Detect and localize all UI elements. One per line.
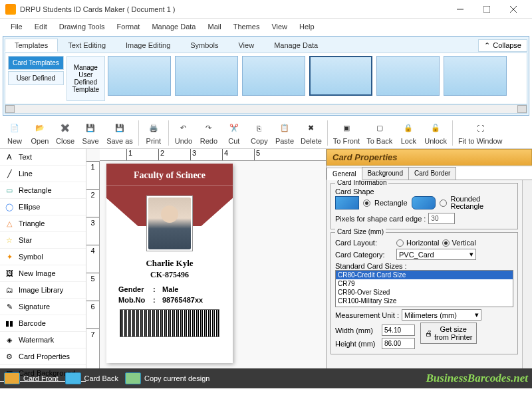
menu-help[interactable]: Help bbox=[294, 21, 320, 32]
to-front-button[interactable]: ▣To Front bbox=[331, 118, 362, 148]
svg-rect-1 bbox=[483, 6, 490, 13]
measurement-unit-select[interactable]: Milimeters (mm)▾ bbox=[402, 309, 481, 321]
id-card-canvas[interactable]: Faculty of Scinece Charlie Kyle CK-87549… bbox=[106, 164, 233, 363]
props-tab-border[interactable]: Card Border bbox=[408, 167, 456, 180]
props-tab-general[interactable]: General bbox=[327, 168, 362, 180]
layout-vertical-radio[interactable] bbox=[442, 239, 450, 247]
lock-button[interactable]: 🔒Lock bbox=[396, 118, 420, 148]
minimize-button[interactable] bbox=[447, 0, 473, 19]
new-button[interactable]: 📄New bbox=[3, 118, 27, 148]
user-defined-button[interactable]: User Defined bbox=[8, 71, 64, 85]
copy-button[interactable]: ⎘Copy bbox=[247, 118, 271, 148]
tool-star[interactable]: ☆Star bbox=[0, 232, 86, 249]
card-back-button[interactable]: Card Back bbox=[65, 372, 118, 384]
width-input[interactable] bbox=[382, 325, 415, 336]
pixel-edge-input[interactable] bbox=[428, 213, 455, 224]
menu-drawing[interactable]: Drawing Tools bbox=[54, 21, 110, 32]
ribbon-tab-image[interactable]: Image Editing bbox=[116, 39, 180, 52]
barcode-icon: ▮▮ bbox=[4, 318, 15, 329]
to-back-button[interactable]: ▢To Back bbox=[364, 118, 395, 148]
template-thumb[interactable] bbox=[444, 56, 507, 96]
layout-horizontal-radio[interactable] bbox=[396, 239, 404, 247]
ellipse-icon: ◯ bbox=[4, 201, 15, 212]
tool-line[interactable]: ╱Line bbox=[0, 166, 86, 182]
list-item[interactable]: CR80-Credit Card Size bbox=[336, 271, 513, 279]
tool-new-image[interactable]: 🖼New Image bbox=[0, 265, 86, 282]
template-thumb[interactable] bbox=[309, 56, 372, 96]
menu-mail[interactable]: Mail bbox=[202, 21, 226, 32]
menu-edit[interactable]: Edit bbox=[29, 21, 53, 32]
menu-file[interactable]: File bbox=[5, 21, 28, 32]
tool-text[interactable]: AText bbox=[0, 149, 86, 166]
list-item[interactable]: CR100-Military Size bbox=[336, 297, 513, 305]
fit-window-button[interactable]: ⛶Fit to Window bbox=[456, 118, 505, 148]
fit-icon: ⛶ bbox=[473, 121, 487, 136]
tool-triangle[interactable]: △Triangle bbox=[0, 215, 86, 232]
menu-format[interactable]: Format bbox=[112, 21, 146, 32]
gallery-scrollbar[interactable] bbox=[5, 104, 527, 114]
tool-card-properties[interactable]: ⚙Card Properties bbox=[0, 348, 86, 365]
window-title: DRPU Students ID Cards Maker ( Document … bbox=[20, 5, 447, 13]
line-icon: ╱ bbox=[4, 168, 15, 179]
close-button[interactable]: ✖️Close bbox=[53, 118, 77, 148]
props-scrollbar[interactable] bbox=[522, 180, 532, 368]
tool-watermark[interactable]: ◈Watermark bbox=[0, 332, 86, 348]
ribbon-tab-view[interactable]: View bbox=[228, 39, 264, 52]
template-thumb[interactable] bbox=[108, 56, 171, 96]
save-icon: 💾 bbox=[83, 121, 98, 136]
card-front-button[interactable]: Card Front bbox=[4, 372, 59, 384]
standard-sizes-list[interactable]: CR80-Credit Card Size CR79 CR90-Over Siz… bbox=[335, 270, 513, 307]
unlock-button[interactable]: 🔓Unlock bbox=[422, 118, 450, 148]
list-item[interactable]: CR90-Over Sized bbox=[336, 288, 513, 297]
redo-button[interactable]: ↷Redo bbox=[197, 118, 221, 148]
shape-preview-rounded bbox=[412, 196, 436, 209]
template-thumb[interactable] bbox=[376, 56, 440, 96]
height-input[interactable] bbox=[382, 338, 415, 349]
card-name: Charlie Kyle bbox=[106, 258, 233, 269]
menu-manage-data[interactable]: Manage Data bbox=[146, 21, 201, 32]
tool-barcode[interactable]: ▮▮Barcode bbox=[0, 315, 86, 332]
shape-rectangle-radio[interactable] bbox=[363, 200, 370, 207]
close-button[interactable] bbox=[500, 0, 527, 19]
ribbon-tab-manage[interactable]: Manage Data bbox=[264, 39, 328, 52]
save-button[interactable]: 💾Save bbox=[78, 118, 102, 148]
save-as-button[interactable]: 💾Save as bbox=[104, 118, 136, 148]
template-thumb[interactable] bbox=[242, 56, 305, 96]
brand-label: BusinessBarcodes.net bbox=[426, 372, 529, 385]
delete-icon: ✖ bbox=[304, 121, 319, 136]
menu-themes[interactable]: Themes bbox=[228, 21, 265, 32]
ribbon-tab-symbols[interactable]: Symbols bbox=[180, 39, 228, 52]
shape-rounded-radio[interactable] bbox=[440, 200, 447, 207]
copy-design-button[interactable]: Copy current design bbox=[125, 372, 209, 384]
open-button[interactable]: 📂Open bbox=[28, 118, 52, 148]
tool-image-library[interactable]: 🗂Image Library bbox=[0, 282, 86, 299]
ribbon: Templates Text Editing Image Editing Sym… bbox=[3, 36, 529, 116]
print-button[interactable]: 🖨️Print bbox=[142, 118, 166, 148]
card-templates-button[interactable]: Card Templates bbox=[8, 56, 64, 70]
tool-signature[interactable]: ✎Signature bbox=[0, 299, 86, 315]
card-category-select[interactable]: PVC_Card▾ bbox=[396, 249, 476, 260]
get-size-printer-button[interactable]: 🖨 Get size from Printer bbox=[420, 323, 477, 344]
cut-button[interactable]: ✂️Cut bbox=[222, 118, 246, 148]
tool-symbol[interactable]: ✦Symbol bbox=[0, 249, 86, 265]
ribbon-tab-text[interactable]: Text Editing bbox=[58, 39, 116, 52]
symbol-icon: ✦ bbox=[4, 251, 15, 262]
tool-rectangle[interactable]: ▭Rectangle bbox=[0, 182, 86, 199]
delete-button[interactable]: ✖Delete bbox=[298, 118, 325, 148]
template-thumb[interactable] bbox=[175, 56, 238, 96]
undo-button[interactable]: ↶Undo bbox=[172, 118, 196, 148]
printer-icon: 🖨 bbox=[425, 329, 432, 337]
card-photo[interactable] bbox=[146, 196, 193, 251]
scroll-left-button[interactable] bbox=[5, 105, 15, 113]
card-gender-row: Gender:Male bbox=[106, 284, 233, 295]
paste-button[interactable]: 📋Paste bbox=[273, 118, 297, 148]
tool-ellipse[interactable]: ◯Ellipse bbox=[0, 199, 86, 215]
ribbon-collapse-button[interactable]: ⌃ Collapse bbox=[478, 39, 527, 52]
manage-user-template-button[interactable]: Manage User Defined Template bbox=[66, 56, 105, 101]
maximize-button[interactable] bbox=[473, 0, 500, 19]
ribbon-tab-templates[interactable]: Templates bbox=[5, 39, 58, 52]
list-item[interactable]: CR79 bbox=[336, 279, 513, 288]
props-tab-background[interactable]: Background bbox=[362, 167, 409, 180]
scroll-right-button[interactable] bbox=[517, 105, 527, 113]
menu-view[interactable]: View bbox=[266, 21, 293, 32]
